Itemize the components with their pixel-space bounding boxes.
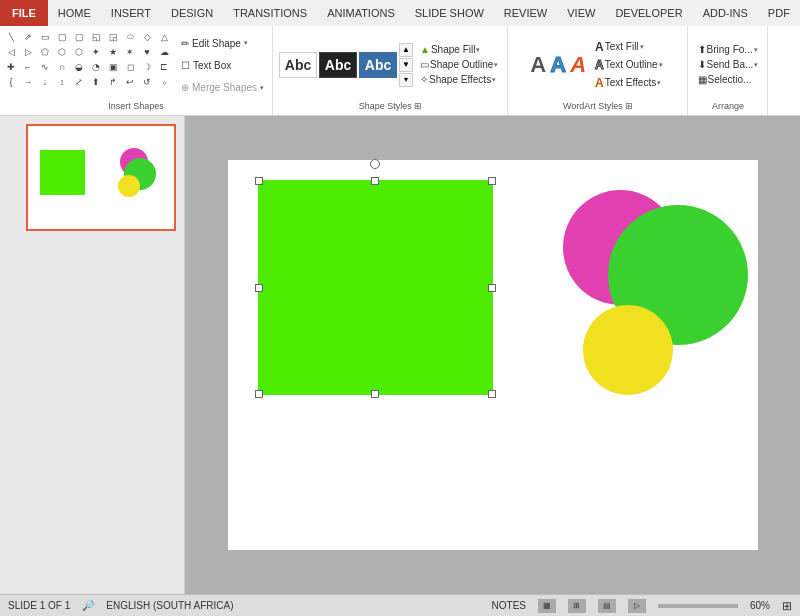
tab-insert[interactable]: INSERT — [101, 0, 161, 26]
handle-top-middle[interactable] — [371, 177, 379, 185]
shape-chord[interactable]: ◒ — [72, 60, 86, 74]
shape-triangle[interactable]: △ — [157, 30, 171, 44]
shape-diamond[interactable]: ◇ — [140, 30, 154, 44]
text-effects-button[interactable]: A Text Effects ▾ — [592, 75, 665, 91]
text-outline-arrow: ▾ — [659, 61, 663, 69]
fit-slide-btn[interactable]: ⊞ — [782, 599, 792, 613]
tab-transitions[interactable]: TRANSITIONS — [223, 0, 317, 26]
accessibility-icon: 🔎 — [82, 600, 94, 611]
view-normal-btn[interactable]: ▦ — [538, 599, 556, 613]
tab-review[interactable]: REVIEW — [494, 0, 557, 26]
shape-5arrow[interactable]: ⤢ — [72, 75, 86, 89]
shape-star6[interactable]: ✶ — [123, 45, 137, 59]
selected-rectangle[interactable] — [258, 180, 493, 395]
shape-sarrow[interactable]: ↱ — [106, 75, 120, 89]
shape-styles-expander[interactable]: ⊞ — [414, 101, 422, 111]
view-slide-show-btn[interactable]: ▷ — [628, 599, 646, 613]
handle-top-left[interactable] — [255, 177, 263, 185]
zoom-slider[interactable] — [658, 604, 738, 608]
wordart-a1[interactable]: A — [530, 54, 546, 76]
shape-darrow[interactable]: ↓ — [38, 75, 52, 89]
shape-rect[interactable]: ▭ — [38, 30, 52, 44]
shape-earrow[interactable]: → — [21, 75, 35, 89]
shape-cross[interactable]: ✚ — [4, 60, 18, 74]
text-fill-button[interactable]: A Text Fill ▾ — [592, 39, 665, 55]
shape-uarrow[interactable]: ↩ — [123, 75, 137, 89]
tab-view[interactable]: VIEW — [557, 0, 605, 26]
tab-design[interactable]: DESIGN — [161, 0, 223, 26]
merge-shapes-button[interactable]: ⊕ Merge Shapes ▾ — [177, 81, 268, 94]
style-nav-more[interactable]: ▾ — [399, 73, 413, 87]
shape-star5[interactable]: ★ — [106, 45, 120, 59]
shape-bracket[interactable]: ⌐ — [21, 60, 35, 74]
edit-shape-button[interactable]: ✏ Edit Shape ▾ — [177, 37, 268, 50]
shape-snip2[interactable]: ◲ — [106, 30, 120, 44]
text-effects-icon: A — [595, 76, 604, 90]
shape-rtri[interactable]: ◁ — [4, 45, 18, 59]
shape-outline-button[interactable]: ▭ Shape Outline ▾ — [417, 58, 501, 71]
shape-hex[interactable]: ⬡ — [55, 45, 69, 59]
shape-frame[interactable]: ▣ — [106, 60, 120, 74]
shape-loop[interactable]: ↺ — [140, 75, 154, 89]
wordart-styles-expander[interactable]: ⊞ — [625, 101, 633, 111]
style-sample-2[interactable]: Abc — [319, 52, 357, 78]
shape-effects-button[interactable]: ✧ Shape Effects ▾ — [417, 73, 501, 86]
canvas-area[interactable] — [185, 116, 800, 594]
shape-arrow[interactable]: ⇗ — [21, 30, 35, 44]
shape-qarrow[interactable]: ⬆ — [89, 75, 103, 89]
shape-fill-button[interactable]: ▲ Shape Fill ▾ — [417, 43, 501, 56]
style-sample-3[interactable]: Abc — [359, 52, 397, 78]
text-box-button[interactable]: ☐ Text Box — [177, 59, 268, 72]
shape-snip[interactable]: ◱ — [89, 30, 103, 44]
shape-sm[interactable]: ◻ — [123, 60, 137, 74]
text-format-options: A Text Fill ▾ A Text Outline ▾ A Text Ef… — [592, 39, 665, 91]
text-outline-button[interactable]: A Text Outline ▾ — [592, 57, 665, 73]
tab-developer[interactable]: DEVELOPER — [605, 0, 692, 26]
shape-plaque[interactable]: ⊏ — [157, 60, 171, 74]
shape-star4[interactable]: ✦ — [89, 45, 103, 59]
merge-dropdown-arrow: ▾ — [260, 84, 264, 92]
tab-file[interactable]: FILE — [0, 0, 48, 26]
handle-middle-left[interactable] — [255, 284, 263, 292]
tab-animations[interactable]: ANIMATIONS — [317, 0, 405, 26]
handle-bottom-middle[interactable] — [371, 390, 379, 398]
tab-slideshow[interactable]: SLIDE SHOW — [405, 0, 494, 26]
rotate-handle[interactable] — [370, 159, 380, 169]
view-slide-sorter-btn[interactable]: ⊞ — [568, 599, 586, 613]
shape-ptri[interactable]: ▷ — [21, 45, 35, 59]
shape-arc[interactable]: ∩ — [55, 60, 69, 74]
tab-home[interactable]: HOME — [48, 0, 101, 26]
shape-wave[interactable]: ∿ — [38, 60, 52, 74]
shape-rounded[interactable]: ▢ — [72, 30, 86, 44]
style-sample-1[interactable]: Abc — [279, 52, 317, 78]
handle-top-right[interactable] — [488, 177, 496, 185]
notes-button[interactable]: NOTES — [492, 600, 526, 611]
shape-4arrow[interactable]: ↕ — [55, 75, 69, 89]
wordart-a3[interactable]: A — [570, 54, 586, 76]
shape-oct[interactable]: ⬡ — [72, 45, 86, 59]
shape-moon[interactable]: ☽ — [140, 60, 154, 74]
handle-bottom-right[interactable] — [488, 390, 496, 398]
shape-cloud[interactable]: ☁ — [157, 45, 171, 59]
handle-bottom-left[interactable] — [255, 390, 263, 398]
status-right: NOTES ▦ ⊞ ▤ ▷ 60% ⊞ — [492, 599, 792, 613]
shape-cylinder[interactable]: ⬭ — [123, 30, 137, 44]
view-reading-btn[interactable]: ▤ — [598, 599, 616, 613]
selection-pane-button[interactable]: ▦ Selectio... — [695, 73, 755, 86]
style-nav-up[interactable]: ▲ — [399, 43, 413, 57]
wordart-a2[interactable]: A — [550, 54, 566, 76]
shape-heart[interactable]: ♥ — [140, 45, 154, 59]
shape-connector[interactable]: ⬦ — [157, 75, 171, 89]
shape-pentagon[interactable]: ⬠ — [38, 45, 52, 59]
style-nav-down[interactable]: ▼ — [399, 58, 413, 72]
shape-line[interactable]: ╲ — [4, 30, 18, 44]
shape-rect2[interactable]: ▢ — [55, 30, 69, 44]
shape-pie[interactable]: ◔ — [89, 60, 103, 74]
shape-brace[interactable]: { — [4, 75, 18, 89]
slide-thumbnail[interactable] — [26, 124, 176, 231]
tab-pdf[interactable]: PDF — [758, 0, 800, 26]
tab-addins[interactable]: ADD-INS — [693, 0, 758, 26]
send-backward-button[interactable]: ⬇ Send Ba... ▾ — [695, 58, 762, 71]
bring-forward-button[interactable]: ⬆ Bring Fo... ▾ — [695, 43, 761, 56]
handle-middle-right[interactable] — [488, 284, 496, 292]
